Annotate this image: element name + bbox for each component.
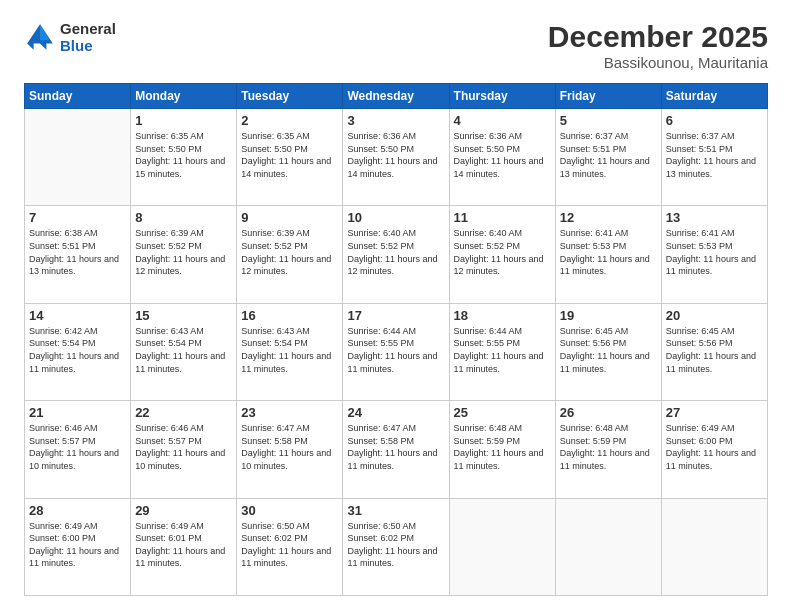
day-number: 7 [29, 210, 126, 225]
calendar-cell: 21Sunrise: 6:46 AMSunset: 5:57 PMDayligh… [25, 401, 131, 498]
calendar-cell: 19Sunrise: 6:45 AMSunset: 5:56 PMDayligh… [555, 303, 661, 400]
day-info: Sunrise: 6:37 AMSunset: 5:51 PMDaylight:… [560, 130, 657, 180]
day-info: Sunrise: 6:46 AMSunset: 5:57 PMDaylight:… [29, 422, 126, 472]
day-number: 31 [347, 503, 444, 518]
day-number: 9 [241, 210, 338, 225]
calendar-week-row: 21Sunrise: 6:46 AMSunset: 5:57 PMDayligh… [25, 401, 768, 498]
calendar-cell: 18Sunrise: 6:44 AMSunset: 5:55 PMDayligh… [449, 303, 555, 400]
calendar-cell: 7Sunrise: 6:38 AMSunset: 5:51 PMDaylight… [25, 206, 131, 303]
day-number: 3 [347, 113, 444, 128]
day-info: Sunrise: 6:41 AMSunset: 5:53 PMDaylight:… [666, 227, 763, 277]
day-info: Sunrise: 6:49 AMSunset: 6:01 PMDaylight:… [135, 520, 232, 570]
day-number: 12 [560, 210, 657, 225]
day-info: Sunrise: 6:37 AMSunset: 5:51 PMDaylight:… [666, 130, 763, 180]
calendar-cell: 11Sunrise: 6:40 AMSunset: 5:52 PMDayligh… [449, 206, 555, 303]
day-number: 28 [29, 503, 126, 518]
calendar-cell: 31Sunrise: 6:50 AMSunset: 6:02 PMDayligh… [343, 498, 449, 595]
day-info: Sunrise: 6:43 AMSunset: 5:54 PMDaylight:… [241, 325, 338, 375]
day-info: Sunrise: 6:39 AMSunset: 5:52 PMDaylight:… [241, 227, 338, 277]
calendar-header-row: SundayMondayTuesdayWednesdayThursdayFrid… [25, 84, 768, 109]
calendar-cell: 6Sunrise: 6:37 AMSunset: 5:51 PMDaylight… [661, 109, 767, 206]
day-number: 17 [347, 308, 444, 323]
month-title: December 2025 [548, 20, 768, 54]
weekday-header-friday: Friday [555, 84, 661, 109]
calendar-cell: 30Sunrise: 6:50 AMSunset: 6:02 PMDayligh… [237, 498, 343, 595]
weekday-header-thursday: Thursday [449, 84, 555, 109]
day-number: 4 [454, 113, 551, 128]
calendar-body: 1Sunrise: 6:35 AMSunset: 5:50 PMDaylight… [25, 109, 768, 596]
calendar-cell: 12Sunrise: 6:41 AMSunset: 5:53 PMDayligh… [555, 206, 661, 303]
calendar-cell: 15Sunrise: 6:43 AMSunset: 5:54 PMDayligh… [131, 303, 237, 400]
calendar-cell: 3Sunrise: 6:36 AMSunset: 5:50 PMDaylight… [343, 109, 449, 206]
day-number: 19 [560, 308, 657, 323]
calendar-cell: 13Sunrise: 6:41 AMSunset: 5:53 PMDayligh… [661, 206, 767, 303]
day-number: 18 [454, 308, 551, 323]
day-info: Sunrise: 6:47 AMSunset: 5:58 PMDaylight:… [241, 422, 338, 472]
calendar-table: SundayMondayTuesdayWednesdayThursdayFrid… [24, 83, 768, 596]
day-number: 10 [347, 210, 444, 225]
calendar-cell: 28Sunrise: 6:49 AMSunset: 6:00 PMDayligh… [25, 498, 131, 595]
day-info: Sunrise: 6:39 AMSunset: 5:52 PMDaylight:… [135, 227, 232, 277]
day-number: 20 [666, 308, 763, 323]
calendar-cell [661, 498, 767, 595]
day-info: Sunrise: 6:48 AMSunset: 5:59 PMDaylight:… [560, 422, 657, 472]
calendar-cell [449, 498, 555, 595]
calendar-cell: 27Sunrise: 6:49 AMSunset: 6:00 PMDayligh… [661, 401, 767, 498]
svg-marker-1 [40, 24, 50, 40]
calendar-cell: 24Sunrise: 6:47 AMSunset: 5:58 PMDayligh… [343, 401, 449, 498]
day-info: Sunrise: 6:46 AMSunset: 5:57 PMDaylight:… [135, 422, 232, 472]
calendar-cell: 5Sunrise: 6:37 AMSunset: 5:51 PMDaylight… [555, 109, 661, 206]
calendar-cell: 10Sunrise: 6:40 AMSunset: 5:52 PMDayligh… [343, 206, 449, 303]
calendar-cell: 17Sunrise: 6:44 AMSunset: 5:55 PMDayligh… [343, 303, 449, 400]
day-number: 29 [135, 503, 232, 518]
day-number: 15 [135, 308, 232, 323]
calendar-cell [25, 109, 131, 206]
calendar-cell: 9Sunrise: 6:39 AMSunset: 5:52 PMDaylight… [237, 206, 343, 303]
calendar-week-row: 7Sunrise: 6:38 AMSunset: 5:51 PMDaylight… [25, 206, 768, 303]
day-number: 21 [29, 405, 126, 420]
day-number: 22 [135, 405, 232, 420]
day-info: Sunrise: 6:45 AMSunset: 5:56 PMDaylight:… [560, 325, 657, 375]
day-number: 2 [241, 113, 338, 128]
day-info: Sunrise: 6:49 AMSunset: 6:00 PMDaylight:… [666, 422, 763, 472]
page: General Blue December 2025 Bassikounou, … [0, 0, 792, 612]
day-number: 5 [560, 113, 657, 128]
weekday-header-wednesday: Wednesday [343, 84, 449, 109]
calendar-cell: 2Sunrise: 6:35 AMSunset: 5:50 PMDaylight… [237, 109, 343, 206]
day-number: 23 [241, 405, 338, 420]
weekday-header-monday: Monday [131, 84, 237, 109]
calendar-cell: 22Sunrise: 6:46 AMSunset: 5:57 PMDayligh… [131, 401, 237, 498]
weekday-header-tuesday: Tuesday [237, 84, 343, 109]
calendar-cell: 1Sunrise: 6:35 AMSunset: 5:50 PMDaylight… [131, 109, 237, 206]
day-info: Sunrise: 6:42 AMSunset: 5:54 PMDaylight:… [29, 325, 126, 375]
day-number: 27 [666, 405, 763, 420]
calendar-cell: 29Sunrise: 6:49 AMSunset: 6:01 PMDayligh… [131, 498, 237, 595]
weekday-header-saturday: Saturday [661, 84, 767, 109]
day-info: Sunrise: 6:40 AMSunset: 5:52 PMDaylight:… [454, 227, 551, 277]
day-info: Sunrise: 6:50 AMSunset: 6:02 PMDaylight:… [241, 520, 338, 570]
calendar-week-row: 1Sunrise: 6:35 AMSunset: 5:50 PMDaylight… [25, 109, 768, 206]
calendar-cell: 8Sunrise: 6:39 AMSunset: 5:52 PMDaylight… [131, 206, 237, 303]
day-info: Sunrise: 6:50 AMSunset: 6:02 PMDaylight:… [347, 520, 444, 570]
calendar-week-row: 14Sunrise: 6:42 AMSunset: 5:54 PMDayligh… [25, 303, 768, 400]
day-info: Sunrise: 6:41 AMSunset: 5:53 PMDaylight:… [560, 227, 657, 277]
calendar-week-row: 28Sunrise: 6:49 AMSunset: 6:00 PMDayligh… [25, 498, 768, 595]
day-info: Sunrise: 6:43 AMSunset: 5:54 PMDaylight:… [135, 325, 232, 375]
day-number: 30 [241, 503, 338, 518]
day-info: Sunrise: 6:40 AMSunset: 5:52 PMDaylight:… [347, 227, 444, 277]
day-number: 24 [347, 405, 444, 420]
day-info: Sunrise: 6:45 AMSunset: 5:56 PMDaylight:… [666, 325, 763, 375]
calendar-cell [555, 498, 661, 595]
logo: General Blue [24, 20, 116, 55]
logo-icon [24, 21, 56, 53]
day-info: Sunrise: 6:36 AMSunset: 5:50 PMDaylight:… [454, 130, 551, 180]
weekday-header-sunday: Sunday [25, 84, 131, 109]
calendar-cell: 4Sunrise: 6:36 AMSunset: 5:50 PMDaylight… [449, 109, 555, 206]
calendar-cell: 25Sunrise: 6:48 AMSunset: 5:59 PMDayligh… [449, 401, 555, 498]
day-info: Sunrise: 6:49 AMSunset: 6:00 PMDaylight:… [29, 520, 126, 570]
calendar-cell: 14Sunrise: 6:42 AMSunset: 5:54 PMDayligh… [25, 303, 131, 400]
day-info: Sunrise: 6:44 AMSunset: 5:55 PMDaylight:… [454, 325, 551, 375]
day-number: 8 [135, 210, 232, 225]
day-number: 26 [560, 405, 657, 420]
day-number: 16 [241, 308, 338, 323]
